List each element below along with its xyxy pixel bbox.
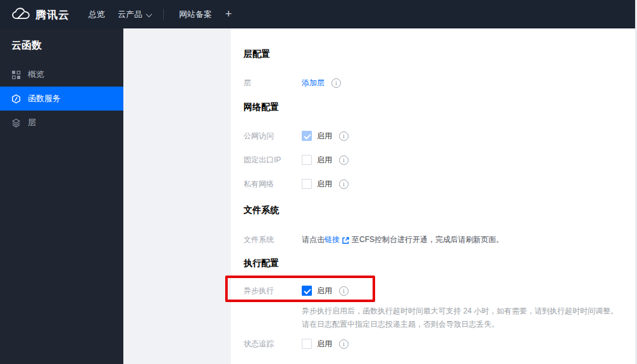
async-execution-description: 异步执行启用后，函数执行超时时间最大可支持 24 小时，如有需要，请到执行超时时…: [302, 305, 634, 331]
info-icon[interactable]: i: [331, 78, 341, 88]
sidebar-item-label: 层: [28, 117, 36, 128]
add-tab-button[interactable]: +: [225, 0, 232, 28]
function-config-form: 层配置 层 添加层 i 网络配置 公网访问 启用 i 固定出口IP 启用 i 私…: [231, 28, 637, 364]
sidebar-item-label: 概览: [28, 69, 44, 80]
top-navigation-bar: 腾讯云 总览 云产品 网站备案 +: [0, 0, 637, 28]
status-tracking-checkbox[interactable]: [302, 339, 312, 349]
field-label-public-access: 公网访问: [244, 131, 302, 142]
layers-icon: [11, 118, 21, 128]
form-row-fixed-egress-ip: 固定出口IP 启用 i: [244, 152, 349, 167]
section-title-layer-config: 层配置: [244, 49, 270, 60]
file-system-hint-suffix: 至CFS控制台进行开通，完成后请刷新页面。: [352, 234, 504, 245]
field-label-status-tracking: 状态追踪: [244, 339, 302, 349]
form-row-private-network: 私有网络 启用 i: [244, 176, 349, 191]
enable-label: 启用: [317, 155, 332, 166]
async-execution-checkbox[interactable]: [302, 286, 312, 296]
info-icon[interactable]: i: [339, 286, 349, 296]
sidebar-item-layers[interactable]: 层: [0, 111, 123, 135]
public-access-checkbox: [302, 131, 312, 141]
form-row-async-execution: 异步执行 启用 i: [244, 283, 349, 298]
add-layer-link[interactable]: 添加层: [302, 78, 325, 88]
private-network-checkbox[interactable]: [302, 179, 312, 189]
enable-label: 启用: [317, 131, 332, 142]
form-row-public-access: 公网访问 启用 i: [244, 128, 349, 143]
async-description-line1: 异步执行启用后，函数执行超时时间最大可支持 24 小时，如有需要，请到执行超时时…: [302, 305, 634, 318]
sidebar-item-overview[interactable]: 概览: [0, 63, 123, 87]
secondary-panel: [123, 28, 231, 364]
section-title-execution-config: 执行配置: [244, 258, 279, 269]
cfs-console-link[interactable]: 链接: [325, 234, 340, 245]
enable-label: 启用: [317, 179, 332, 190]
info-icon[interactable]: i: [339, 155, 349, 165]
field-label-private-network: 私有网络: [244, 179, 302, 190]
info-icon[interactable]: i: [339, 339, 349, 349]
chevron-down-icon: [146, 11, 152, 18]
nav-item-cloud-products[interactable]: 云产品: [118, 0, 151, 28]
field-label-file-system: 文件系统: [244, 234, 302, 245]
section-title-file-system: 文件系统: [244, 205, 279, 216]
sidebar-item-label: 函数服务: [28, 93, 61, 104]
brand-name[interactable]: 腾讯云: [35, 8, 70, 22]
enable-label: 启用: [317, 286, 332, 296]
fixed-egress-ip-checkbox[interactable]: [302, 155, 312, 165]
nav-divider: [163, 9, 164, 20]
form-row-layer: 层 添加层 i: [244, 75, 341, 90]
grid-icon: [11, 70, 21, 80]
field-label-async-execution: 异步执行: [244, 286, 302, 296]
sidebar-item-function-service[interactable]: 函数服务: [0, 87, 123, 111]
sidebar: 云函数 概览 函数服务 层: [0, 28, 123, 364]
field-label-layer: 层: [244, 78, 302, 88]
section-title-network-config: 网络配置: [244, 102, 279, 113]
enable-label: 启用: [317, 339, 332, 349]
external-link-icon[interactable]: [342, 236, 350, 245]
form-row-status-tracking: 状态追踪 启用 i: [244, 336, 349, 351]
tencent-cloud-logo-icon: [11, 7, 30, 21]
info-icon[interactable]: i: [339, 131, 349, 141]
async-description-line2: 请在日志配置中指定日志投递主题，否则会导致日志丢失。: [302, 318, 634, 331]
info-icon[interactable]: i: [339, 179, 349, 189]
nav-item-overview[interactable]: 总览: [89, 0, 105, 28]
sidebar-title: 云函数: [11, 39, 42, 52]
function-icon: [11, 94, 21, 104]
form-row-file-system: 文件系统 请点击链接至CFS控制台进行开通，完成后请刷新页面。: [244, 232, 504, 247]
field-label-fixed-egress-ip: 固定出口IP: [244, 155, 302, 166]
file-system-hint-prefix: 请点击: [302, 234, 325, 245]
nav-item-cloud-products-label: 云产品: [118, 9, 142, 19]
nav-item-icp-filing[interactable]: 网站备案: [179, 0, 212, 28]
